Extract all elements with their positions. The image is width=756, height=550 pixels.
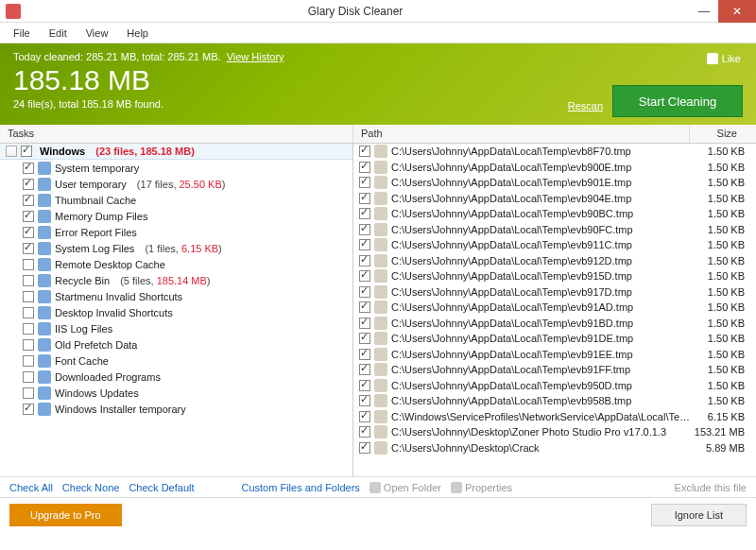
checkbox[interactable] [23, 195, 34, 206]
view-history-link[interactable]: View History [227, 51, 284, 62]
col-path[interactable]: Path [353, 125, 690, 143]
tasks-pane[interactable]: Windows (23 files, 185.18 MB) System tem… [0, 144, 353, 476]
file-row[interactable]: C:\Users\Johnny\AppData\Local\Temp\evb91… [353, 268, 756, 284]
task-row[interactable]: Font Cache [0, 352, 352, 369]
file-row[interactable]: C:\Users\Johnny\AppData\Local\Temp\evb90… [353, 191, 756, 207]
checkbox[interactable] [359, 255, 370, 266]
file-row[interactable]: C:\Users\Johnny\AppData\Local\Temp\evb91… [353, 253, 756, 269]
file-row[interactable]: C:\Users\Johnny\AppData\Local\Temp\evb91… [353, 300, 756, 316]
checkbox[interactable] [359, 162, 370, 173]
task-row[interactable]: IIS Log Files [0, 320, 352, 336]
file-row[interactable]: C:\Users\Johnny\AppData\Local\Temp\evb90… [353, 175, 756, 191]
checkbox[interactable] [23, 275, 34, 286]
checkbox[interactable] [359, 364, 370, 375]
checkbox[interactable] [359, 395, 370, 406]
upgrade-button[interactable]: Upgrade to Pro [9, 504, 122, 526]
like-button[interactable]: Like [707, 53, 741, 64]
file-row[interactable]: C:\Users\Johnny\AppData\Local\Temp\evb95… [353, 393, 756, 409]
task-row[interactable]: Error Report Files [0, 224, 352, 240]
checkbox[interactable] [23, 371, 34, 383]
file-row[interactable]: C:\Windows\ServiceProfiles\NetworkServic… [353, 409, 756, 425]
task-row[interactable]: Recycle Bin (5 files, 185.14 MB) [0, 272, 352, 288]
checkbox[interactable] [359, 442, 370, 454]
menu-edit[interactable]: Edit [40, 26, 77, 41]
col-tasks[interactable]: Tasks [0, 125, 353, 143]
file-size: 1.50 KB [694, 255, 750, 266]
close-button[interactable]: ✕ [718, 0, 756, 23]
file-row[interactable]: C:\Users\Johnny\AppData\Local\Temp\evb95… [353, 378, 756, 394]
checkbox[interactable] [23, 323, 34, 335]
file-row[interactable]: C:\Users\Johnny\AppData\Local\Temp\evb90… [353, 206, 756, 222]
checkbox[interactable] [359, 301, 370, 313]
checkbox[interactable] [23, 163, 34, 174]
task-row[interactable]: System temporary [0, 160, 352, 176]
file-row[interactable]: C:\Users\Johnny\AppData\Local\Temp\evb8F… [353, 144, 756, 160]
rescan-link[interactable]: Rescan [568, 100, 603, 112]
check-default-link[interactable]: Check Default [129, 482, 194, 493]
file-row[interactable]: C:\Users\Johnny\Desktop\Crack5.89 MB [353, 440, 756, 456]
checkbox[interactable] [359, 193, 370, 204]
check-all-link[interactable]: Check All [9, 482, 53, 493]
file-row[interactable]: C:\Users\Johnny\AppData\Local\Temp\evb90… [353, 160, 756, 176]
file-row[interactable]: C:\Users\Johnny\AppData\Local\Temp\evb91… [353, 347, 756, 363]
checkbox[interactable] [23, 307, 34, 318]
start-cleaning-button[interactable]: Start Cleaning [612, 85, 743, 117]
ignore-list-button[interactable]: Ignore List [651, 504, 747, 526]
open-folder-link[interactable]: Open Folder [369, 482, 441, 493]
checkbox[interactable] [359, 239, 370, 250]
task-row[interactable]: User temporary (17 files, 25.50 KB) [0, 176, 352, 192]
file-row[interactable]: C:\Users\Johnny\Desktop\Zoner Photo Stud… [353, 424, 756, 440]
checkbox[interactable] [359, 349, 370, 360]
checkbox[interactable] [23, 227, 34, 238]
checkbox[interactable] [359, 411, 370, 422]
minimize-button[interactable]: — [690, 0, 718, 23]
checkbox[interactable] [359, 333, 370, 344]
task-row[interactable]: Memory Dump Files [0, 208, 352, 224]
file-row[interactable]: C:\Users\Johnny\AppData\Local\Temp\evb91… [353, 331, 756, 347]
checkbox[interactable] [359, 318, 370, 329]
checkbox[interactable] [23, 179, 34, 190]
exclude-file-link[interactable]: Exclude this file [675, 482, 747, 493]
custom-files-link[interactable]: Custom Files and Folders [242, 482, 360, 493]
file-row[interactable]: C:\Users\Johnny\AppData\Local\Temp\evb90… [353, 222, 756, 238]
check-none-link[interactable]: Check None [62, 482, 120, 493]
checkbox[interactable] [359, 426, 370, 438]
menu-view[interactable]: View [77, 26, 118, 41]
col-size[interactable]: Size [690, 125, 756, 143]
task-root-windows[interactable]: Windows (23 files, 185.18 MB) [0, 144, 352, 160]
checkbox[interactable] [23, 339, 34, 351]
checkbox[interactable] [359, 286, 370, 298]
task-row[interactable]: Remote Desktop Cache [0, 256, 352, 272]
file-row[interactable]: C:\Users\Johnny\AppData\Local\Temp\evb91… [353, 362, 756, 378]
task-row[interactable]: Windows Updates [0, 385, 352, 401]
checkbox[interactable] [21, 146, 32, 157]
checkbox[interactable] [23, 404, 34, 415]
menu-file[interactable]: File [4, 26, 40, 41]
file-row[interactable]: C:\Users\Johnny\AppData\Local\Temp\evb91… [353, 316, 756, 332]
collapse-icon[interactable] [6, 146, 17, 157]
file-row[interactable]: C:\Users\Johnny\AppData\Local\Temp\evb91… [353, 237, 756, 253]
checkbox[interactable] [359, 270, 370, 282]
task-row[interactable]: Startmenu Invalid Shortcuts [0, 288, 352, 304]
task-row[interactable]: Downloaded Programs [0, 369, 352, 385]
checkbox[interactable] [359, 224, 370, 235]
task-row[interactable]: System Log Files (1 files, 6.15 KB) [0, 240, 352, 256]
task-row[interactable]: Desktop Invalid Shortcuts [0, 304, 352, 320]
checkbox[interactable] [23, 243, 34, 254]
checkbox[interactable] [23, 211, 34, 222]
checkbox[interactable] [23, 355, 34, 367]
task-row[interactable]: Windows Installer temporary [0, 401, 352, 417]
checkbox[interactable] [359, 208, 370, 219]
checkbox[interactable] [359, 177, 370, 188]
checkbox[interactable] [359, 380, 370, 391]
checkbox[interactable] [23, 291, 34, 302]
files-pane[interactable]: C:\Users\Johnny\AppData\Local\Temp\evb8F… [353, 144, 756, 476]
file-row[interactable]: C:\Users\Johnny\AppData\Local\Temp\evb91… [353, 284, 756, 301]
checkbox[interactable] [23, 387, 34, 399]
task-row[interactable]: Old Prefetch Data [0, 336, 352, 352]
task-row[interactable]: Thumbnail Cache [0, 192, 352, 208]
checkbox[interactable] [359, 146, 370, 157]
checkbox[interactable] [23, 259, 34, 270]
properties-link[interactable]: Properties [451, 482, 512, 493]
menu-help[interactable]: Help [117, 26, 158, 41]
